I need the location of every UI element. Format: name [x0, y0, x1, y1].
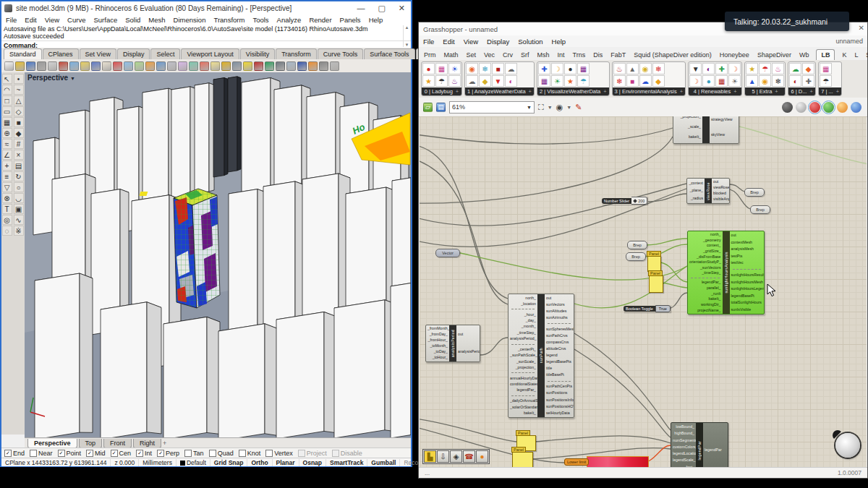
ladybug-component-icon[interactable]: ☁	[505, 63, 517, 74]
ladybug-component-icon[interactable]: ■	[626, 75, 639, 87]
osnap-vertex[interactable]: Vertex	[265, 450, 293, 457]
input-port[interactable]: _projection_	[675, 116, 701, 119]
checkbox-icon[interactable]: ✓	[58, 450, 65, 457]
status-pane-planar[interactable]: Planar	[273, 459, 299, 466]
chart-widget-icon[interactable]: ▙	[424, 450, 436, 463]
gh-param-vector[interactable]: Vector	[435, 249, 460, 257]
solid-icon[interactable]: ⊕	[2, 128, 12, 138]
render-ball-widget-icon[interactable]: ●	[476, 450, 488, 463]
component-name-bar[interactable]	[702, 116, 710, 143]
osnap-tan[interactable]: Tan	[184, 450, 204, 457]
material-icon[interactable]	[254, 61, 263, 71]
status-pane-smarttrack[interactable]: SmartTrack	[326, 459, 367, 466]
checkbox-icon[interactable]	[298, 450, 305, 457]
ladybug-component-icon[interactable]: ☂	[577, 75, 590, 87]
ladybug-group-label[interactable]: 7 | ...+	[819, 87, 841, 95]
input-port[interactable]: customColors_	[673, 445, 694, 449]
close-icon[interactable]: ✕	[399, 4, 405, 13]
menu-item-panels[interactable]: Panels	[340, 16, 361, 24]
input-port[interactable]: analysisPeriod_	[510, 337, 536, 341]
osnap-mid[interactable]: ✓Mid	[86, 450, 106, 457]
output-port[interactable]	[548, 323, 571, 324]
toolbar-tab-set-view[interactable]: Set View	[80, 48, 116, 59]
shaded-mode-icon[interactable]	[276, 61, 285, 71]
open-file-icon[interactable]	[15, 61, 25, 71]
gh-param-brep[interactable]: Brep	[744, 188, 765, 197]
output-port[interactable]: sunPositionsHOY	[546, 405, 572, 408]
gh-tab-honeybee[interactable]: Honeybee	[719, 50, 750, 60]
osnap-quad[interactable]: Quad	[209, 450, 234, 457]
move-icon[interactable]	[113, 61, 122, 71]
gh-menu-item-file[interactable]: File	[423, 38, 434, 46]
input-port[interactable]: highBound_	[673, 432, 694, 435]
menu-item-edit[interactable]: Edit	[25, 16, 36, 24]
status-pane-cplane-x-14433163-72-y-6[interactable]: CPlane x 14433163.72 y 613961.144	[1, 459, 111, 466]
output-port[interactable]: viewRose	[713, 186, 728, 189]
color-wheel-icon[interactable]	[265, 61, 274, 71]
undo-icon[interactable]	[91, 61, 101, 71]
gh-param-brep[interactable]: Brep	[627, 241, 647, 249]
menu-item-solid[interactable]: Solid	[125, 16, 140, 24]
ladybug-component-icon[interactable]: ❄	[613, 75, 626, 87]
ladybug-component-icon[interactable]: ♨	[613, 63, 626, 74]
input-port[interactable]: legendLocation_	[673, 452, 694, 455]
ladybug-component-icon[interactable]: ◆	[479, 75, 491, 87]
osnap-end[interactable]: ✓End	[4, 450, 25, 457]
input-port[interactable]: projectName_	[689, 309, 721, 312]
viewport-tab-front[interactable]: Front	[103, 439, 132, 448]
preview-eye-icon[interactable]: ◉	[556, 103, 563, 112]
input-port[interactable]: _day_	[510, 319, 536, 322]
output-port[interactable]: out	[713, 180, 728, 184]
custom-preview-icon[interactable]	[823, 102, 834, 113]
status-pane-osnap[interactable]: Osnap	[299, 459, 326, 466]
output-port[interactable]: sunlightHoursLegend	[731, 287, 763, 291]
gh-menu-item-help[interactable]: Help	[552, 38, 566, 46]
hatch-icon[interactable]: ◎	[2, 215, 12, 225]
checkbox-icon[interactable]	[332, 450, 339, 457]
blue-preview-icon[interactable]	[851, 102, 861, 113]
gh-tab-$[interactable]: $	[865, 50, 868, 60]
extrude-icon[interactable]: ≈	[2, 139, 12, 149]
gh-tab-prm[interactable]: Prm	[423, 50, 437, 60]
viewport-title[interactable]: Perspective ▼	[27, 74, 75, 82]
gh-tab-l[interactable]: L	[854, 50, 859, 60]
component-name-bar[interactable]: sunPath	[537, 294, 545, 417]
input-port[interactable]: _sunPathScale_	[510, 354, 536, 357]
wireframe-preview-icon[interactable]	[796, 102, 807, 113]
input-port[interactable]: _sunScale_	[510, 360, 536, 364]
output-port[interactable]: sunSpheresMesh	[546, 328, 572, 331]
menu-item-tools[interactable]: Tools	[252, 16, 268, 24]
ladybug-group-label[interactable]: 4 | Renewables+	[689, 87, 741, 95]
input-port[interactable]: bakeIt_	[675, 135, 701, 139]
output-port[interactable]: totalSunlightHours	[731, 301, 763, 304]
gh-panel[interactable]: Panel	[647, 256, 661, 272]
output-port[interactable]: testPts	[731, 254, 763, 258]
ladybug-component-icon[interactable]: ❄	[652, 63, 665, 74]
input-port[interactable]: bakeIt_	[510, 411, 536, 415]
output-port[interactable]: legend	[546, 354, 572, 357]
input-port[interactable]: _toDay_	[427, 350, 448, 354]
checkbox-icon[interactable]	[239, 450, 246, 457]
input-port[interactable]: _fromDay_	[427, 333, 448, 336]
ladybug-component-icon[interactable]: ●	[564, 63, 576, 74]
toolbar-tab-select[interactable]: Select	[150, 48, 180, 59]
ladybug-component-icon[interactable]: ★	[746, 63, 758, 74]
ladybug-group-label[interactable]: 5 | Extra+	[745, 87, 785, 95]
output-port[interactable]: selHourlyData	[546, 411, 572, 415]
output-port[interactable]: sunPathCenPts	[546, 385, 572, 388]
osnap-cen[interactable]: ✓Cen	[111, 450, 132, 457]
output-port[interactable]	[733, 269, 762, 270]
toolbar-tab-surface-tools[interactable]: Surface Tools	[364, 48, 414, 59]
output-port[interactable]: sunlightHoursMesh	[731, 281, 763, 284]
paste-icon[interactable]	[80, 61, 90, 71]
ladybug-component-icon[interactable]: ☂	[820, 75, 832, 87]
input-port[interactable]: _solarOrStandardTime_	[510, 406, 536, 409]
curve-icon[interactable]: ~	[14, 85, 24, 95]
top-view-icon[interactable]	[178, 61, 187, 71]
properties-icon[interactable]	[48, 61, 57, 71]
toolbar-tab-standard[interactable]: Standard	[4, 48, 42, 59]
output-port[interactable]: visibleAngle	[713, 197, 728, 201]
gh-tab-wb[interactable]: Wb	[799, 50, 810, 60]
ladybug-component-icon[interactable]: ☀	[448, 63, 461, 74]
rendered-mode-icon[interactable]	[297, 61, 307, 71]
